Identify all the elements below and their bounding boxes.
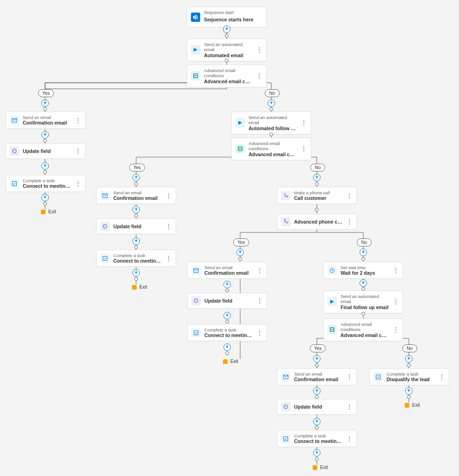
- more-icon[interactable]: ⋮: [346, 220, 353, 224]
- node-title: Automated email: [204, 53, 252, 58]
- more-icon[interactable]: ⋮: [75, 182, 81, 185]
- email-icon: [191, 266, 201, 275]
- condition-icon: [236, 144, 245, 153]
- more-icon[interactable]: ⋮: [301, 121, 307, 125]
- add-button[interactable]: +: [313, 387, 321, 395]
- add-button[interactable]: +: [313, 449, 321, 456]
- svg-marker-56: [330, 300, 334, 304]
- more-icon[interactable]: ⋮: [256, 74, 262, 78]
- add-button[interactable]: +: [360, 279, 367, 287]
- more-icon[interactable]: ⋮: [393, 300, 399, 304]
- add-button[interactable]: +: [313, 174, 321, 181]
- condition-node[interactable]: Advanced email conditionsAdvanced email …: [187, 65, 267, 87]
- node-title: Update field: [204, 296, 253, 305]
- email-node[interactable]: Send an emailConfirmation email ⋮: [277, 368, 357, 385]
- node-title: Connect to meeting for product demo r...: [294, 438, 342, 444]
- add-button[interactable]: +: [223, 312, 231, 319]
- svg-rect-60: [284, 436, 288, 441]
- node-kind: Complete a task: [23, 178, 71, 183]
- wait-node[interactable]: Set wait timeWait for 2 days ⋮: [323, 262, 403, 279]
- add-button[interactable]: +: [132, 174, 140, 181]
- call-node[interactable]: Make a phone callCall customer ⋮: [277, 187, 357, 204]
- more-icon[interactable]: ⋮: [165, 225, 172, 228]
- more-icon[interactable]: ⋮: [165, 257, 172, 260]
- add-button[interactable]: +: [41, 131, 49, 139]
- condition-node[interactable]: Advanced email conditionsAdvanced email …: [323, 318, 403, 341]
- email-node[interactable]: Send an emailConfirmation email ⋮: [187, 262, 267, 279]
- add-button[interactable]: +: [223, 344, 231, 351]
- more-icon[interactable]: ⋮: [439, 375, 445, 379]
- task-icon: [191, 328, 201, 337]
- task-node[interactable]: Complete a taskConnect to meeting for pr…: [96, 250, 176, 267]
- connector-node: [407, 395, 411, 399]
- svg-marker-48: [238, 121, 242, 125]
- exit-icon: [405, 403, 409, 408]
- connector-node: [315, 182, 319, 186]
- connector-node: [225, 351, 229, 355]
- add-button[interactable]: +: [405, 387, 413, 395]
- start-node[interactable]: Sequence startSequence starts here: [187, 7, 267, 27]
- more-icon[interactable]: ⋮: [346, 405, 353, 409]
- add-button[interactable]: +: [132, 206, 140, 213]
- add-button[interactable]: +: [132, 238, 140, 245]
- more-icon[interactable]: ⋮: [256, 269, 263, 272]
- start-title: Sequence starts here: [204, 15, 262, 24]
- phone-condition-icon: [281, 217, 290, 226]
- more-icon[interactable]: ⋮: [75, 119, 81, 122]
- condition-icon: [328, 325, 337, 334]
- phone-condition-node[interactable]: Advanced phone condition ⋮: [277, 214, 357, 230]
- more-icon[interactable]: ⋮: [393, 328, 399, 331]
- task-icon: [374, 372, 383, 382]
- add-button[interactable]: +: [41, 194, 49, 201]
- svg-rect-54: [194, 331, 198, 335]
- connector-node: [43, 202, 47, 205]
- more-icon[interactable]: ⋮: [165, 194, 172, 198]
- more-icon[interactable]: ⋮: [393, 269, 399, 272]
- update-field-node[interactable]: Update field ⋮: [277, 399, 357, 415]
- node-kind: Complete a task: [294, 433, 342, 438]
- node-title: Connect to meeting for product demo r...: [23, 183, 71, 189]
- node-title: Update field: [113, 222, 162, 231]
- connector-node: [134, 182, 138, 186]
- add-button[interactable]: +: [268, 99, 275, 107]
- more-icon[interactable]: ⋮: [75, 149, 81, 153]
- add-button[interactable]: +: [223, 281, 231, 288]
- task-node[interactable]: Complete a taskConnect to meeting for pr…: [187, 324, 267, 341]
- more-icon[interactable]: ⋮: [256, 331, 263, 335]
- add-button[interactable]: +: [41, 99, 49, 107]
- update-field-node[interactable]: Update field ⋮: [96, 218, 176, 234]
- update-field-node[interactable]: Update field ⋮: [6, 143, 85, 159]
- condition-node[interactable]: Advanced email conditionsAdvanced email …: [231, 138, 311, 160]
- more-icon[interactable]: ⋮: [346, 194, 353, 198]
- node-title: Disqualify the lead: [387, 377, 435, 382]
- update-field-node[interactable]: Update field ⋮: [187, 293, 267, 309]
- add-button[interactable]: +: [313, 355, 321, 363]
- task-node[interactable]: Complete a taskConnect to meeting for pr…: [277, 430, 357, 447]
- add-button[interactable]: +: [360, 249, 367, 256]
- more-icon[interactable]: ⋮: [346, 437, 353, 441]
- node-title: Advanced email conditions: [249, 152, 297, 157]
- add-button[interactable]: +: [132, 269, 140, 277]
- more-icon[interactable]: ⋮: [301, 147, 307, 151]
- add-button[interactable]: +: [41, 162, 49, 170]
- automated-email-node[interactable]: Send an automated emailAutomated email ⋮: [187, 39, 267, 61]
- add-button[interactable]: +: [313, 418, 321, 425]
- task-node[interactable]: Complete a taskDisqualify the lead ⋮: [369, 368, 449, 385]
- add-button[interactable]: +: [405, 355, 413, 363]
- condition-icon: [191, 71, 200, 80]
- add-button[interactable]: +: [223, 26, 230, 33]
- more-icon[interactable]: ⋮: [256, 48, 262, 52]
- exit-marker: Exit: [405, 403, 420, 408]
- no-pill: No: [402, 344, 417, 352]
- connector-node: [361, 287, 365, 291]
- email-node[interactable]: Send an emailConfirmation email ⋮: [6, 112, 85, 129]
- more-icon[interactable]: ⋮: [256, 299, 263, 303]
- automated-email-node[interactable]: Send an automated emailFinal follow up e…: [323, 291, 403, 313]
- task-node[interactable]: Complete a taskConnect to meeting for pr…: [6, 175, 85, 192]
- more-icon[interactable]: ⋮: [346, 375, 353, 379]
- add-button[interactable]: +: [236, 249, 244, 256]
- automated-email-node[interactable]: Send an automated emailAutomated follow …: [231, 112, 311, 134]
- email-node[interactable]: Send an emailConfirmation email ⋮: [96, 187, 176, 204]
- connector-node: [225, 320, 229, 324]
- node-kind: Advanced email conditions: [341, 322, 389, 332]
